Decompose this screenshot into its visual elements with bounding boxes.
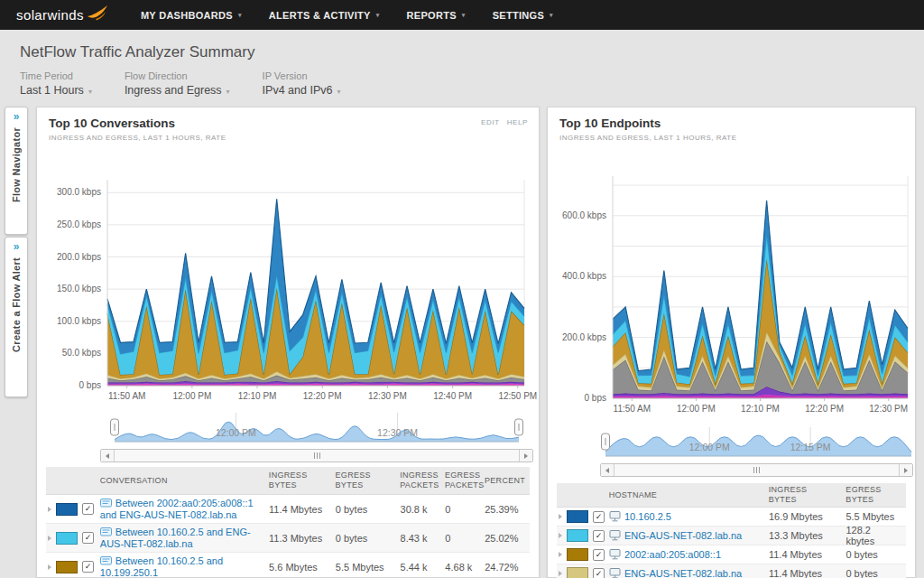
endpoint-link[interactable]: 2002:aa0:205:a008::1 xyxy=(624,549,721,560)
sidebar-tab-create-flow-alert[interactable]: » Create a Flow Alert xyxy=(5,237,28,397)
panel-subtitle: INGRESS AND EGRESS, LAST 1 HOURS, RATE xyxy=(49,134,528,142)
conversations-table: CONVERSATION INGRESSBYTES EGRESSBYTES IN… xyxy=(46,467,530,578)
ingress-bytes-cell: 11.4 Mbytes xyxy=(269,504,336,515)
sidebar-tab-label: Flow Navigator xyxy=(11,127,22,202)
nav-menu-my-dashboards[interactable]: MY DASHBOARDS ▾ xyxy=(141,10,242,21)
row-checkbox[interactable]: ✓ xyxy=(82,503,94,515)
conversations-stacked-area-chart: 300.0 kbps250.0 kbps200.0 kbps150.0 kbps… xyxy=(37,171,539,407)
panel-title: Top 10 Endpoints xyxy=(559,117,904,130)
brand-logo[interactable]: solarwinds xyxy=(16,7,108,23)
ingress-packets-cell: 8.43 k xyxy=(401,533,446,544)
series-color-swatch xyxy=(567,529,588,542)
panel-header: Top 10 Conversations INGRESS AND EGRESS,… xyxy=(37,107,539,142)
scrollbar-thumb[interactable] xyxy=(614,464,899,476)
scrollbar-track[interactable] xyxy=(614,464,899,476)
nav-menu-label: MY DASHBOARDS xyxy=(141,10,233,21)
conversations-table-header: CONVERSATION INGRESSBYTES EGRESSBYTES IN… xyxy=(46,467,530,495)
row-checkbox[interactable]: ✓ xyxy=(593,568,605,578)
svg-text:200.0 kbps: 200.0 kbps xyxy=(562,332,606,342)
expand-caret-icon[interactable] xyxy=(559,533,562,538)
conversations-scrollbar xyxy=(100,449,533,462)
svg-text:12:50 PM: 12:50 PM xyxy=(498,391,537,401)
conversation-link[interactable]: Between 10.160.2.5 and ENG-AUS-NET-082.l… xyxy=(100,527,251,549)
help-link[interactable]: HELP xyxy=(507,118,528,126)
scroll-left-button[interactable] xyxy=(101,450,115,461)
svg-text:12:20 PM: 12:20 PM xyxy=(805,404,844,414)
flow-direction-dropdown[interactable]: Ingress and Egress▾ xyxy=(125,84,230,97)
sidebar-tab-flow-navigator[interactable]: » Flow Navigator xyxy=(5,107,28,235)
svg-text:150.0 kbps: 150.0 kbps xyxy=(57,284,101,294)
col-egress-bytes: EGRESSBYTES xyxy=(845,485,906,505)
endpoint-link[interactable]: 10.160.2.5 xyxy=(624,511,671,522)
egress-bytes-cell: 128.2 kbytes xyxy=(845,525,906,546)
endpoints-table: HOSTNAME INGRESSBYTES EGRESSBYTES ✓ 10.1… xyxy=(557,483,906,578)
panel-header: Top 10 Endpoints INGRESS AND EGRESS, LAS… xyxy=(548,107,915,142)
endpoint-icon xyxy=(609,511,621,522)
ip-version-dropdown[interactable]: IPv4 and IPv6▾ xyxy=(263,84,341,97)
scrollbar-track[interactable] xyxy=(115,450,519,461)
svg-text:0 bps: 0 bps xyxy=(585,393,606,403)
conversation-row-1: ✓ Between 2002:aa0:205:a008::1 and ENG-A… xyxy=(46,495,530,524)
expand-caret-icon[interactable] xyxy=(48,536,51,541)
edit-link[interactable]: EDIT xyxy=(481,118,500,126)
endpoint-icon xyxy=(609,568,621,578)
time-period-dropdown[interactable]: Last 1 Hours▾ xyxy=(20,84,92,97)
row-checkbox[interactable]: ✓ xyxy=(593,549,605,561)
panel-actions: EDIT HELP xyxy=(481,118,528,126)
endpoint-link[interactable]: ENG-AUS-NET-082.lab.na xyxy=(624,568,742,578)
conversations-range-selector[interactable]: 12:00 PM12:30 PM xyxy=(37,407,539,449)
col-percent: PERCENT xyxy=(485,476,530,486)
chevron-down-icon: ▾ xyxy=(462,12,466,19)
nav-menu-reports[interactable]: REPORTS ▾ xyxy=(407,10,466,21)
nav-menu-alerts-activity[interactable]: ALERTS & ACTIVITY ▾ xyxy=(269,10,380,21)
nav-menus: MY DASHBOARDS ▾ ALERTS & ACTIVITY ▾ REPO… xyxy=(141,10,553,21)
arrow-left-icon xyxy=(106,453,109,459)
percent-cell: 24.72% xyxy=(485,562,530,573)
page-title: NetFlow Traffic Analyzer Summary xyxy=(20,43,254,61)
scroll-left-button[interactable] xyxy=(601,464,614,476)
endpoints-scrollbar xyxy=(600,463,913,477)
expand-caret-icon[interactable] xyxy=(559,552,562,557)
conversation-link[interactable]: Between 2002:aa0:205:a008::1 and ENG-AUS… xyxy=(100,498,254,520)
endpoint-row-2: ✓ ENG-AUS-NET-082.lab.na 13.3 Mbytes 128… xyxy=(557,527,906,545)
row-checkbox[interactable]: ✓ xyxy=(593,511,605,523)
panel-title: Top 10 Conversations xyxy=(49,117,528,130)
series-color-swatch xyxy=(56,503,78,516)
endpoints-range-selector[interactable]: 12:00 PM12:15 PM xyxy=(548,422,915,463)
filter-ip-version: IP Version IPv4 and IPv6▾ xyxy=(263,70,341,97)
row-checkbox[interactable]: ✓ xyxy=(82,532,94,544)
scroll-right-button[interactable] xyxy=(519,450,532,461)
sidebar-tab-label: Create a Flow Alert xyxy=(11,257,22,352)
expand-caret-icon[interactable] xyxy=(559,514,562,519)
percent-cell: 25.39% xyxy=(485,504,530,515)
panel-top-10-endpoints: Top 10 Endpoints INGRESS AND EGRESS, LAS… xyxy=(547,107,916,578)
scroll-right-button[interactable] xyxy=(899,464,912,476)
ingress-bytes-cell: 11.4 Mbytes xyxy=(769,568,845,578)
chevron-down-icon: ▾ xyxy=(226,88,230,96)
endpoint-icon xyxy=(609,549,621,560)
expand-caret-icon[interactable] xyxy=(48,507,51,512)
row-checkbox[interactable]: ✓ xyxy=(593,530,605,542)
conversation-row-3: ✓ Between 10.160.2.5 and 10.199.250.1 5.… xyxy=(46,553,530,578)
expand-caret-icon[interactable] xyxy=(559,571,562,576)
ingress-bytes-cell: 5.6 Mbytes xyxy=(269,562,336,573)
expand-caret-icon[interactable] xyxy=(48,564,51,570)
endpoint-icon xyxy=(609,530,621,541)
endpoint-link[interactable]: ENG-AUS-NET-082.lab.na xyxy=(624,530,742,541)
series-color-swatch xyxy=(56,561,78,573)
svg-text:200.0 kbps: 200.0 kbps xyxy=(57,252,101,262)
egress-bytes-cell: 0 bytes xyxy=(845,549,906,560)
expand-chevrons-icon: » xyxy=(14,242,20,251)
conversation-icon xyxy=(100,556,112,566)
conversation-row-2: ✓ Between 10.160.2.5 and ENG-AUS-NET-082… xyxy=(46,524,530,553)
nav-menu-label: SETTINGS xyxy=(493,10,544,21)
brand-text: solarwinds xyxy=(16,7,84,23)
nav-menu-settings[interactable]: SETTINGS ▾ xyxy=(493,10,553,21)
row-checkbox[interactable]: ✓ xyxy=(82,561,94,573)
col-ingress-packets: INGRESSPACKETS xyxy=(400,471,445,490)
arrow-right-icon xyxy=(904,468,908,473)
col-conversation: CONVERSATION xyxy=(100,475,269,487)
svg-text:12:10 PM: 12:10 PM xyxy=(741,404,780,414)
conversation-link[interactable]: Between 10.160.2.5 and 10.199.250.1 xyxy=(100,555,223,578)
scrollbar-thumb[interactable] xyxy=(115,450,519,461)
